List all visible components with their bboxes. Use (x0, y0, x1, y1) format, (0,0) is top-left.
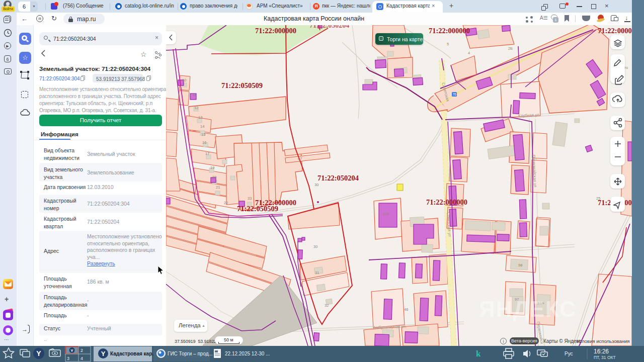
svg-text:71:22:050204: 71:22:050204 (309, 25, 349, 29)
svg-text:71:22:050509: 71:22:050509 (237, 205, 278, 213)
svg-text:13: 13 (198, 115, 202, 120)
svg-text:k: k (476, 349, 481, 358)
svg-text:2Б: 2Б (508, 46, 513, 51)
svg-text:31: 31 (315, 270, 319, 275)
svg-text:17: 17 (205, 151, 209, 156)
svg-text:5: 5 (447, 42, 449, 46)
svg-text:Y: Y (36, 349, 41, 357)
svg-text:32: 32 (325, 303, 329, 308)
svg-text:22: 22 (224, 201, 228, 205)
svg-text:15: 15 (201, 132, 205, 137)
svg-text:46: 46 (404, 307, 408, 312)
svg-text:16:26: 16:26 (594, 348, 609, 355)
svg-text:3: 3 (67, 356, 69, 361)
svg-text:71:22:050204: 71:22:050204 (317, 174, 359, 182)
svg-text:12: 12 (194, 106, 198, 110)
svg-text:10: 10 (182, 78, 186, 82)
svg-text:Рус: Рус (565, 351, 573, 356)
svg-text:21: 21 (216, 185, 220, 190)
svg-text:30: 30 (314, 183, 318, 187)
svg-text:71:22:000000: 71:22:000000 (426, 198, 467, 206)
svg-text:76: 76 (452, 93, 456, 96)
svg-text:30: 30 (313, 244, 317, 249)
svg-text:318: 318 (382, 212, 389, 216)
svg-text:Кадастровая кар...: Кадастровая кар... (110, 351, 156, 356)
svg-text:71:22:050509: 71:22:050509 (221, 81, 263, 89)
svg-text:ГИС Торги – прод...: ГИС Торги – прод... (168, 351, 213, 356)
svg-text:16: 16 (202, 140, 206, 145)
svg-text:19: 19 (210, 165, 214, 170)
svg-text:07: 07 (298, 156, 302, 161)
svg-text:ПТ, 31 ОКТ: ПТ, 31 ОКТ (594, 355, 616, 360)
svg-text:4: 4 (80, 356, 83, 361)
svg-text:14: 14 (200, 124, 204, 129)
svg-text:2: 2 (80, 348, 83, 353)
svg-text:Y: Y (101, 350, 106, 357)
svg-text:71:22:000000: 71:22:000000 (255, 27, 296, 35)
svg-text:ЯНДЕКС: ЯНДЕКС (479, 297, 577, 321)
svg-text:4: 4 (468, 51, 470, 55)
svg-text:71:22:000000: 71:22:000000 (429, 27, 470, 35)
svg-text:22.12.2025 12-30 ...: 22.12.2025 12-30 ... (225, 351, 270, 356)
svg-text:20: 20 (212, 175, 216, 179)
svg-text:Y: Y (70, 348, 73, 353)
svg-text:11: 11 (192, 93, 196, 97)
svg-text:98: 98 (518, 263, 522, 267)
svg-text:33: 33 (248, 196, 252, 201)
